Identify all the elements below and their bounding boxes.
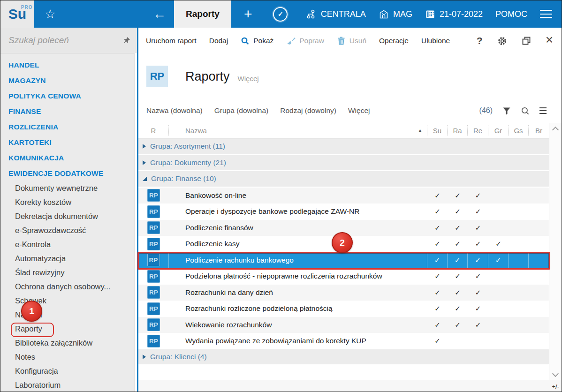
sidebar-item[interactable]: KOMUNIKACJA xyxy=(0,150,137,166)
column-gr[interactable]: Gr xyxy=(488,125,509,136)
tick-ra: ✓ xyxy=(448,317,468,333)
scroll-down-icon[interactable] xyxy=(552,370,559,377)
tick-gr xyxy=(488,188,509,204)
column-br[interactable]: Br xyxy=(529,125,549,136)
page-header: RP Raporty Więcej xyxy=(138,54,562,99)
tick-gr xyxy=(488,204,509,220)
table-row[interactable]: RP Operacje i dyspozycje bankowe podlega… xyxy=(138,204,549,220)
table-row[interactable]: RP Wiekowanie rozrachunków ✓ ✓ ✓ xyxy=(138,317,549,333)
sidebar-item[interactable]: Biblioteka załączników xyxy=(0,336,137,350)
table-row[interactable]: RP Podzielona płatność - niepoprawne roz… xyxy=(138,268,549,285)
tick-ra xyxy=(448,333,468,349)
table-row[interactable]: Grupa: Dokumenty (21) xyxy=(138,155,549,172)
table-scrollbar[interactable] xyxy=(549,123,562,380)
table-row[interactable]: RP Bankowość on-line ✓ ✓ ✓ xyxy=(138,188,549,204)
report-type-icon: RP xyxy=(147,189,160,202)
tick-ra: ✓ xyxy=(448,301,468,317)
filter-group[interactable]: Grupa (dowolna) xyxy=(214,106,268,115)
delete-button[interactable]: Usuń xyxy=(337,36,366,45)
tick-br xyxy=(529,220,549,236)
tick-re: ✓ xyxy=(468,317,488,333)
sort-asc-icon: ▲ xyxy=(418,128,422,133)
column-su[interactable]: Su xyxy=(427,125,448,136)
column-r[interactable]: R xyxy=(138,125,169,136)
sidebar-item[interactable]: MAGAZYN xyxy=(0,73,137,88)
tab-raporty[interactable]: Raporty xyxy=(174,0,231,28)
filter-more[interactable]: Więcej xyxy=(348,106,370,115)
column-ra[interactable]: Ra xyxy=(448,125,468,136)
table-row[interactable]: Grupa: Klienci (4) xyxy=(138,349,549,366)
help-menu[interactable]: POMOC xyxy=(495,9,527,19)
report-name: Podliczenie finansów xyxy=(169,220,427,236)
back-button[interactable]: ← xyxy=(145,0,174,28)
operations-menu[interactable]: Operacje xyxy=(379,37,409,45)
show-button[interactable]: Pokaż xyxy=(241,37,273,45)
warehouse-selector[interactable]: MAG xyxy=(379,9,412,19)
view-list-icon[interactable] xyxy=(539,107,547,114)
sidebar-item[interactable]: Dokumenty wewnętrzne xyxy=(0,181,137,195)
sidebar-item[interactable]: e-Sprawozdawczość xyxy=(0,223,137,237)
settings-gear-icon[interactable] xyxy=(497,36,507,46)
tick-gs xyxy=(509,188,529,204)
command-search[interactable]: Szukaj poleceń xyxy=(0,28,137,53)
sidebar-item[interactable]: Ślad rewizyjny xyxy=(0,265,137,279)
header-more-link[interactable]: Więcej xyxy=(238,75,259,83)
sidebar-item[interactable]: EWIDENCJE DODATKOWE xyxy=(0,166,137,181)
table-row[interactable]: RP Rozrachunki na dany dzień ✓ ✓ ✓ xyxy=(138,285,549,301)
edit-button[interactable]: Popraw xyxy=(286,36,324,45)
group-collapsed-icon[interactable] xyxy=(143,144,146,149)
sidebar-item[interactable]: ROZLICZENIA xyxy=(0,119,137,135)
table-row[interactable]: Grupa: Finanse (10) xyxy=(138,171,549,188)
sidebar-item[interactable]: Konfiguracja xyxy=(0,364,137,378)
tick-su: ✓ xyxy=(427,204,448,220)
table-row[interactable]: Grupa: Asortyment (11) xyxy=(138,139,549,155)
sidebar-item[interactable]: Schowek xyxy=(0,294,137,308)
search-icon[interactable] xyxy=(521,106,530,115)
sidebar-item[interactable]: FINANSE xyxy=(0,104,137,119)
report-name: Podzielona płatność - niepoprawne rozlic… xyxy=(169,268,427,285)
add-button[interactable]: Dodaj xyxy=(209,37,228,45)
date-selector[interactable]: 21-07-2022 xyxy=(425,9,483,19)
tick-ra: ✓ xyxy=(448,188,468,204)
sidebar-item[interactable]: Laboratorium xyxy=(0,378,137,392)
filter-name[interactable]: Nazwa (dowolna) xyxy=(146,106,203,115)
tick-re: ✓ xyxy=(468,236,488,252)
expand-collapse-hint[interactable]: +/- xyxy=(552,383,559,390)
group-expanded-icon[interactable] xyxy=(143,177,147,181)
sidebar-item[interactable]: Dekretacja dokumentów xyxy=(0,209,137,223)
cascade-windows-icon[interactable] xyxy=(522,36,531,45)
annotation-box-raporty xyxy=(11,323,54,337)
sidebar-item[interactable]: HANDEL xyxy=(0,57,137,73)
filter-funnel-icon[interactable] xyxy=(502,107,511,115)
favorites-star-button[interactable]: ☆ xyxy=(34,0,66,28)
group-collapsed-icon[interactable] xyxy=(143,160,146,165)
hamburger-menu-button[interactable] xyxy=(540,10,552,18)
sidebar-item[interactable]: Automatyzacja xyxy=(0,251,137,265)
sidebar-item[interactable]: Notes xyxy=(0,350,137,364)
scroll-up-icon[interactable] xyxy=(552,127,559,133)
close-icon[interactable]: × xyxy=(546,33,553,46)
sidebar-item[interactable]: Korekty kosztów xyxy=(0,195,137,209)
table-row[interactable]: RP Rozrachunki rozliczone podzieloną pła… xyxy=(138,301,549,317)
report-type-icon: RP xyxy=(147,335,160,347)
sidebar-item[interactable]: Ochrona danych osobowy... xyxy=(0,279,137,294)
column-re[interactable]: Re xyxy=(468,125,488,136)
filter-kind[interactable]: Rodzaj (dowolny) xyxy=(280,106,336,115)
report-type-icon: RP xyxy=(147,205,160,218)
tasks-status-button[interactable]: ✓ xyxy=(265,0,296,28)
column-name[interactable]: Nazwa ▲ xyxy=(169,125,427,136)
tick-ra: ✓ xyxy=(448,236,468,252)
favorites-menu[interactable]: Ulubione xyxy=(421,37,450,45)
group-collapsed-icon[interactable] xyxy=(143,354,146,359)
tick-gr xyxy=(488,317,509,333)
help-button[interactable]: ? xyxy=(477,35,483,46)
column-gs[interactable]: Gs xyxy=(509,125,529,136)
sidebar-item[interactable]: POLITYKA CENOWA xyxy=(0,88,137,104)
new-tab-button[interactable]: + xyxy=(231,0,265,28)
run-report-button[interactable]: Uruchom raport xyxy=(146,37,197,45)
table-row[interactable]: RP Wydania powiązane ze zobowiązaniami d… xyxy=(138,333,549,349)
pin-icon[interactable] xyxy=(122,37,130,45)
company-selector[interactable]: CENTRALA xyxy=(306,9,366,19)
sidebar-item[interactable]: e-Kontrola xyxy=(0,237,137,251)
sidebar-item[interactable]: KARTOTEKI xyxy=(0,135,137,150)
